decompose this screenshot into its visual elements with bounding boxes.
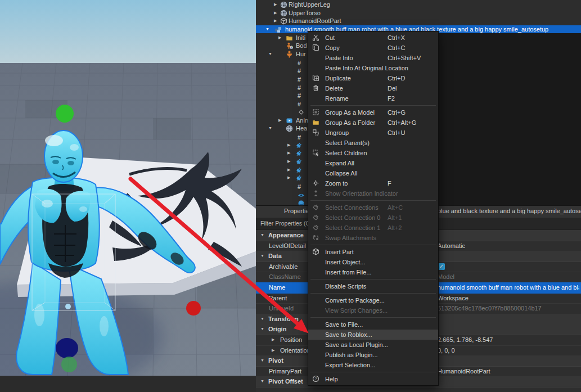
expand-arrow-icon[interactable]: ▶ — [274, 9, 277, 17]
menu-item-collapse-all[interactable]: Collapse All — [308, 168, 438, 178]
menu-item-paste-into[interactable]: Paste IntoCtrl+Shift+V — [308, 53, 438, 63]
expand-arrow-icon[interactable]: ▶ — [272, 335, 274, 345]
menu-item-delete[interactable]: DeleteDel — [308, 83, 438, 93]
menu-item-label: Convert to Package... — [325, 295, 385, 305]
menu-item-zoom-to[interactable]: Zoom toF — [308, 178, 438, 188]
hash-icon: # — [298, 67, 305, 74]
menu-item-label: Delete — [325, 83, 343, 93]
property-value[interactable]: 0, 0, 0 — [438, 345, 579, 356]
section-collapse-arrow-icon[interactable]: ▼ — [260, 314, 264, 325]
tree-row[interactable]: ▶RightUpperLeg — [256, 1, 581, 9]
menu-item-label: Expand All — [325, 158, 354, 168]
teal-green-sphere-marker[interactable] — [61, 357, 77, 372]
menu-item-help[interactable]: ?Help — [308, 374, 438, 384]
menu-item-cut[interactable]: CutCtrl+X — [308, 33, 438, 43]
expand-arrow-icon[interactable]: ▶ — [278, 34, 281, 42]
expand-arrow-icon[interactable]: ▶ — [274, 1, 277, 9]
property-value[interactable]: HumanoidRootPart — [438, 366, 579, 377]
section-collapse-arrow-icon[interactable]: ▼ — [260, 230, 264, 241]
menu-item-save-to-file[interactable]: Save to File... — [308, 319, 438, 330]
expand-arrow-icon[interactable]: ▶ — [278, 116, 281, 125]
plug-icon — [295, 166, 303, 174]
menu-item-insert-object[interactable]: Insert Object... — [308, 257, 438, 267]
menu-item-expand-all[interactable]: Expand All — [308, 158, 438, 168]
menu-item-select-children[interactable]: Select Children — [308, 148, 438, 158]
menu-item-copy[interactable]: CopyCtrl+C — [308, 43, 438, 53]
menu-item-disable-scripts[interactable]: Disable Scripts — [308, 281, 438, 291]
menu-item-shortcut: Alt+C — [388, 202, 403, 213]
menu-item-show-orientation-indicator[interactable]: Show Orientation Indicator — [308, 188, 438, 199]
menu-item-label: Show Orientation Indicator — [325, 188, 398, 199]
navy-sphere-marker[interactable] — [56, 338, 78, 358]
green-sphere-marker[interactable] — [56, 105, 74, 123]
expand-arrow-icon[interactable]: ▶ — [287, 149, 290, 157]
property-label: Pivot — [268, 355, 283, 366]
model-icon — [274, 26, 282, 33]
tree-row[interactable]: ▶HumanoidRootPart — [256, 17, 581, 25]
menu-item-insert-from-file[interactable]: Insert from File... — [308, 267, 438, 277]
menu-item-label: Paste Into At Original Location — [325, 63, 408, 73]
property-value[interactable]: Automatic — [438, 241, 579, 251]
section-collapse-arrow-icon[interactable]: ▼ — [260, 251, 264, 262]
menu-item-publish-as-plugin[interactable]: Publish as Plugin... — [308, 350, 438, 360]
menu-item-select-connection-1[interactable]: Select Connection 1Alt+2 — [308, 223, 438, 233]
red-sphere-marker[interactable] — [186, 301, 201, 316]
expand-arrow-icon[interactable]: ▶ — [287, 174, 290, 182]
property-label: Orientation — [280, 345, 310, 356]
expand-arrow-icon[interactable]: ▶ — [287, 141, 290, 150]
property-value[interactable]: Workspace — [438, 293, 579, 304]
menu-item-insert-part[interactable]: Insert Part — [308, 247, 438, 257]
menu-item-label: Duplicate — [325, 73, 351, 83]
menu-item-save-to-roblox[interactable]: Save to Roblox... — [308, 330, 438, 340]
section-collapse-arrow-icon[interactable]: ▼ — [260, 376, 264, 387]
group-icon — [312, 109, 319, 116]
expand-arrow-icon[interactable]: ▶ — [274, 17, 277, 25]
menu-item-save-as-local-plugin[interactable]: Save as Local Plugin... — [308, 340, 438, 350]
menu-item-shortcut: Alt+1 — [388, 213, 402, 223]
orientation-icon — [312, 190, 319, 197]
menu-item-duplicate[interactable]: DuplicateCtrl+D — [308, 73, 438, 83]
menu-separator — [308, 243, 438, 247]
expand-arrow-icon[interactable]: ▶ — [287, 157, 290, 166]
menu-item-paste-into-at-original-location[interactable]: Paste Into At Original Location — [308, 63, 438, 73]
menu-item-shortcut: Del — [388, 83, 397, 93]
menu-item-select-connection-0[interactable]: Select Connection 0Alt+1 — [308, 213, 438, 223]
menu-item-select-parent-s[interactable]: Select Parent(s) — [308, 138, 438, 148]
expand-arrow-icon[interactable]: ▶ — [272, 345, 274, 356]
part-icon — [280, 17, 287, 25]
eye-icon — [298, 191, 305, 199]
hash-icon: # — [298, 133, 305, 141]
menu-item-select-connections[interactable]: Select ConnectionsAlt+C — [308, 202, 438, 213]
plug-icon — [295, 150, 303, 157]
section-collapse-arrow-icon[interactable]: ▼ — [260, 324, 264, 335]
menu-item-rename[interactable]: RenameF2 — [308, 93, 438, 103]
section-collapse-arrow-icon[interactable]: ▼ — [260, 355, 264, 366]
menu-item-group-as-a-model[interactable]: Group As a ModelCtrl+G — [308, 107, 438, 118]
menu-item-shortcut: Ctrl+C — [388, 43, 405, 53]
archivable-checkbox[interactable]: ✓ — [438, 263, 445, 270]
collapse-arrow-icon[interactable]: ▼ — [265, 25, 269, 34]
property-value[interactable]: 513205c49c178ec07f7b88500014b17 — [438, 303, 579, 314]
property-value[interactable]: humanoid smooth buff man robot with a bl… — [438, 282, 579, 293]
property-value[interactable]: Model — [438, 272, 579, 282]
menu-item-swap-attachments[interactable]: Swap Attachments — [308, 233, 438, 243]
3d-viewport[interactable] — [0, 0, 257, 392]
tree-row-label: RightUpperLeg — [289, 1, 330, 9]
collapse-arrow-icon[interactable]: ▼ — [268, 124, 272, 133]
collapse-arrow-icon[interactable]: ▼ — [268, 50, 272, 58]
small-blue-dot-marker[interactable] — [65, 304, 71, 309]
menu-item-export-selection[interactable]: Export Selection... — [308, 360, 438, 370]
viewport-scene — [0, 0, 256, 376]
tree-row-label: Anin — [296, 116, 308, 125]
menu-item-group-as-a-folder[interactable]: Group As a FolderCtrl+Alt+G — [308, 118, 438, 128]
menu-item-label: Select Connection 0 — [325, 213, 380, 223]
menu-item-view-script-changes[interactable]: View Script Changes... — [308, 305, 438, 316]
tree-row[interactable]: ▶UpperTorso — [256, 9, 581, 17]
tree-row-label: Initi — [296, 34, 305, 42]
property-value[interactable]: 2.665, 1.786, -8.547 — [438, 335, 579, 345]
menu-item-ungroup[interactable]: UngroupCtrl+U — [308, 128, 438, 138]
menu-item-label: Zoom to — [325, 178, 348, 188]
expand-arrow-icon[interactable]: ▶ — [287, 166, 290, 174]
menu-item-shortcut: F2 — [388, 93, 395, 103]
menu-item-convert-to-package[interactable]: Convert to Package... — [308, 295, 438, 305]
